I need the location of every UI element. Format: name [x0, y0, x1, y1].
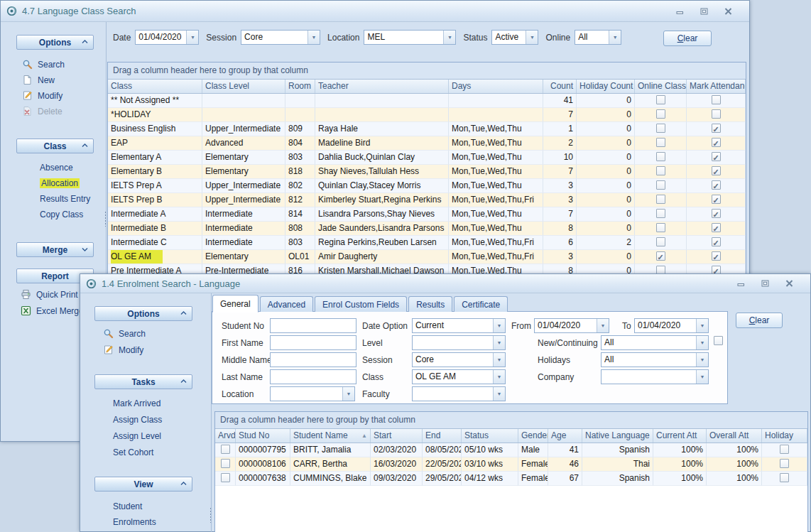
- middle-name-input[interactable]: [270, 352, 356, 367]
- mark-attendance-checkbox[interactable]: [712, 152, 721, 161]
- view-panel-header[interactable]: View: [94, 477, 192, 492]
- sidebar-item-enrolments[interactable]: Enrolments: [113, 517, 156, 527]
- sidebar-item-modify[interactable]: Modify: [22, 90, 62, 101]
- class-table-row[interactable]: EAP Advanced 804 Madeline Bird Mon,Tue,W…: [108, 136, 746, 151]
- mark-attendance-checkbox[interactable]: [712, 195, 721, 204]
- column-header-room[interactable]: Room: [285, 80, 315, 93]
- column-header-class-level[interactable]: Class Level: [202, 80, 285, 93]
- column-header-mark-attendance[interactable]: Mark Attendance: [687, 80, 746, 93]
- column-header-arvd[interactable]: Arvd: [215, 429, 236, 443]
- chevron-down-icon[interactable]: ▼: [696, 319, 708, 332]
- mark-attendance-checkbox[interactable]: [712, 223, 721, 232]
- column-header-teacher[interactable]: Teacher: [315, 80, 449, 93]
- session-filter-combo[interactable]: Core▼: [241, 30, 320, 45]
- mark-attendance-checkbox[interactable]: [712, 209, 721, 218]
- mark-attendance-checkbox[interactable]: [712, 109, 721, 119]
- sidebar-item-new[interactable]: New: [22, 75, 55, 85]
- class-table-row[interactable]: Business English Upper_Intermediate 809 …: [108, 122, 746, 136]
- online-class-checkbox[interactable]: [656, 237, 665, 246]
- class-panel-header[interactable]: Class: [16, 139, 94, 153]
- student-table-row[interactable]: 0000007638 CUMMINGS, Blake 09/03/2020 29…: [215, 472, 807, 486]
- column-header-holiday-count[interactable]: Holiday Count: [577, 80, 635, 93]
- online-class-checkbox[interactable]: [656, 223, 665, 232]
- restore-button[interactable]: [697, 6, 711, 16]
- class-table-row[interactable]: Elementary A Elementary 803 Dahlia Buck,…: [108, 151, 746, 165]
- column-header-native-language[interactable]: Native Language: [582, 429, 653, 443]
- chevron-down-icon[interactable]: ▼: [493, 387, 505, 401]
- class-table-row[interactable]: Intermediate A Intermediate 814 Lisandra…: [108, 207, 746, 222]
- online-class-checkbox[interactable]: [656, 166, 665, 175]
- class-table-row[interactable]: Intermediate C Intermediate 803 Regina P…: [108, 236, 746, 250]
- first-name-input[interactable]: [270, 335, 356, 350]
- column-header-class[interactable]: Class: [108, 80, 202, 93]
- location-combo[interactable]: ▼: [270, 386, 355, 401]
- sidebar-item-modify[interactable]: Modify: [103, 344, 143, 355]
- status-filter-combo[interactable]: Active▼: [491, 30, 538, 45]
- minimize-button[interactable]: [673, 6, 687, 16]
- tasks-panel-header[interactable]: Tasks: [94, 374, 192, 389]
- options-panel-header[interactable]: Options: [94, 306, 192, 321]
- column-header-count[interactable]: Count: [543, 80, 577, 93]
- column-header-status[interactable]: Status: [462, 429, 518, 443]
- chevron-down-icon[interactable]: ▼: [493, 353, 505, 367]
- student-table-row[interactable]: 0000007795 BRITT, Jamalia 02/03/2020 08/…: [215, 443, 807, 457]
- chevron-down-icon[interactable]: ▼: [186, 31, 198, 44]
- class-table-row[interactable]: *HOLIDAY 7 0: [108, 108, 746, 122]
- student-no-input[interactable]: [270, 318, 356, 333]
- column-header-online-class[interactable]: Online Class: [635, 80, 687, 93]
- mark-attendance-checkbox[interactable]: [712, 138, 721, 147]
- chevron-down-icon[interactable]: ▼: [493, 336, 505, 349]
- chevron-down-icon[interactable]: ▼: [597, 319, 609, 332]
- session-combo[interactable]: Core▼: [412, 352, 506, 367]
- arrived-checkbox[interactable]: [221, 445, 230, 454]
- mark-attendance-checkbox[interactable]: [712, 95, 721, 104]
- merge-panel-header[interactable]: Merge: [16, 242, 94, 257]
- holiday-checkbox[interactable]: [780, 473, 789, 482]
- chevron-down-icon[interactable]: ▼: [307, 31, 320, 44]
- column-header-current-att[interactable]: Current Att: [653, 429, 707, 443]
- student-table-row[interactable]: 0000008106 CARR, Bertha 16/03/2020 22/05…: [215, 457, 807, 472]
- company-combo[interactable]: ▼: [601, 369, 709, 384]
- column-header-holiday[interactable]: Holiday: [762, 429, 807, 443]
- sidebar-item-search[interactable]: Search: [103, 328, 146, 339]
- window2-titlebar[interactable]: 1.4 Enrolment Search - Language: [80, 274, 810, 293]
- online-filter-combo[interactable]: All▼: [575, 30, 621, 45]
- online-class-checkbox[interactable]: [656, 138, 665, 147]
- tab-enrol-custom-fields[interactable]: Enrol Custom Fields: [315, 296, 407, 312]
- mark-attendance-checkbox[interactable]: [712, 124, 721, 133]
- sidebar-item-delete[interactable]: Delete: [22, 106, 62, 116]
- sidebar-item-assign-class[interactable]: Assign Class: [113, 415, 162, 425]
- from-date-combo[interactable]: 01/04/2020▼: [534, 318, 609, 333]
- arrived-checkbox[interactable]: [221, 473, 230, 482]
- date-filter-combo[interactable]: 01/04/2020▼: [135, 30, 199, 45]
- online-class-checkbox[interactable]: [656, 209, 665, 218]
- class-table-row[interactable]: Intermediate B Intermediate 808 Jade Sau…: [108, 222, 746, 236]
- faculty-combo[interactable]: ▼: [412, 386, 506, 401]
- splitter-handle[interactable]: [104, 211, 107, 227]
- column-header-age[interactable]: Age: [548, 429, 582, 443]
- chevron-down-icon[interactable]: ▼: [696, 353, 708, 367]
- sidebar-item-quick-print[interactable]: Quick Print: [21, 289, 78, 300]
- level-combo[interactable]: ▼: [412, 335, 506, 350]
- sidebar-item-mark-arrived[interactable]: Mark Arrived: [113, 398, 160, 408]
- online-class-checkbox[interactable]: [656, 124, 665, 133]
- chevron-down-icon[interactable]: ▼: [609, 31, 621, 44]
- class-table-row[interactable]: Elementary B Elementary 818 Shay Nieves,…: [108, 165, 746, 179]
- online-class-checkbox[interactable]: [656, 195, 665, 204]
- holiday-checkbox[interactable]: [780, 445, 789, 454]
- sidebar-item-absence[interactable]: Absence: [40, 163, 73, 173]
- mark-attendance-checkbox[interactable]: [712, 251, 721, 261]
- last-name-input[interactable]: [270, 369, 356, 384]
- class-table-row[interactable]: ** Not Assigned ** 41 0: [108, 94, 746, 108]
- sidebar-item-student[interactable]: Student: [113, 501, 142, 511]
- splitter-handle[interactable]: [209, 507, 212, 523]
- chevron-down-icon[interactable]: ▼: [696, 336, 708, 349]
- column-header-student-name[interactable]: ▲Student Name: [290, 429, 371, 443]
- tab-general[interactable]: General: [212, 295, 258, 313]
- mark-attendance-checkbox[interactable]: [712, 180, 721, 190]
- close-icon[interactable]: [721, 6, 735, 16]
- holiday-checkbox[interactable]: [780, 459, 789, 468]
- clear-button[interactable]: Clear: [663, 31, 712, 46]
- column-header-end[interactable]: End: [423, 429, 462, 443]
- sidebar-item-excel-merge[interactable]: Excel Merge: [21, 305, 84, 316]
